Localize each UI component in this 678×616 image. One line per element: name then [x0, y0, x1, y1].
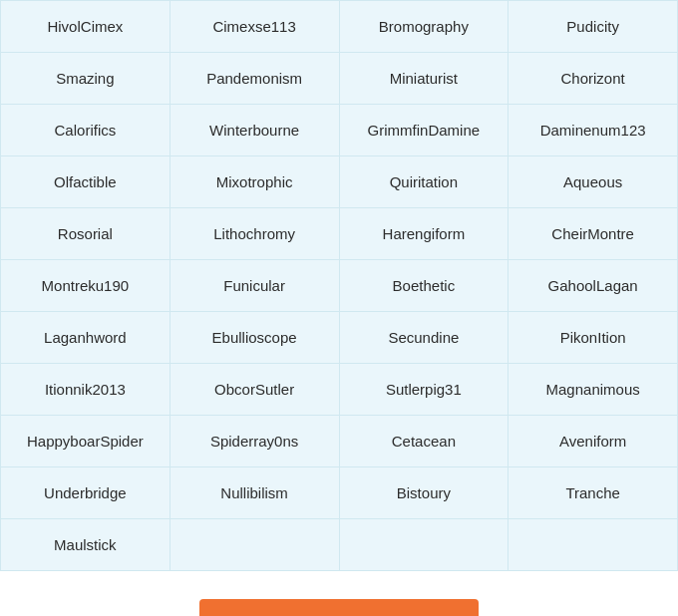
- grid-cell[interactable]: Quiritation: [340, 156, 509, 208]
- grid-cell[interactable]: Tranche: [508, 467, 678, 519]
- grid-cell[interactable]: Chorizont: [508, 53, 678, 105]
- grid-cell[interactable]: Rosorial: [1, 208, 170, 260]
- grid-cell[interactable]: Underbridge: [1, 467, 170, 519]
- grid-cell[interactable]: Lithochromy: [170, 208, 340, 260]
- grid-cell[interactable]: Laganhword: [1, 312, 170, 364]
- grid-cell[interactable]: HivolCimex: [1, 1, 170, 53]
- grid-cell[interactable]: Magnanimous: [508, 364, 678, 416]
- grid-cell[interactable]: Miniaturist: [340, 53, 509, 105]
- grid-cell[interactable]: Winterbourne: [170, 105, 340, 156]
- grid-cell[interactable]: Calorifics: [1, 105, 170, 156]
- grid-cell[interactable]: Montreku190: [1, 260, 170, 312]
- grid-cell[interactable]: Olfactible: [1, 156, 170, 208]
- grid-cell[interactable]: Nullibilism: [170, 467, 340, 519]
- grid-cell[interactable]: Spiderray0ns: [170, 416, 340, 467]
- grid-cell[interactable]: Secundine: [340, 312, 509, 364]
- grid-cell[interactable]: CheirMontre: [508, 208, 678, 260]
- grid-cell[interactable]: GahoolLagan: [508, 260, 678, 312]
- grid-cell[interactable]: Pudicity: [508, 1, 678, 53]
- grid-cell[interactable]: Cimexse113: [170, 1, 340, 53]
- grid-cell-empty: [508, 519, 678, 571]
- grid-cell[interactable]: GrimmfinDamine: [340, 105, 509, 156]
- grid-cell-empty: [340, 519, 509, 571]
- grid-cell[interactable]: Boethetic: [340, 260, 509, 312]
- grid-cell[interactable]: Smazing: [1, 53, 170, 105]
- grid-cell[interactable]: Pandemonism: [170, 53, 340, 105]
- grid-cell[interactable]: Maulstick: [1, 519, 170, 571]
- grid-cell[interactable]: Bistoury: [340, 467, 509, 519]
- grid-cell[interactable]: Aveniform: [508, 416, 678, 467]
- grid-cell[interactable]: Funicular: [170, 260, 340, 312]
- grid-cell[interactable]: Itionnik2013: [1, 364, 170, 416]
- grid-cell[interactable]: Sutlerpig31: [340, 364, 509, 416]
- grid-cell[interactable]: Mixotrophic: [170, 156, 340, 208]
- grid-cell[interactable]: Cetacean: [340, 416, 509, 467]
- button-row: ↻ New PSN Name Generator: [0, 571, 678, 616]
- grid-cell[interactable]: PikonItion: [508, 312, 678, 364]
- grid-cell[interactable]: ObcorSutler: [170, 364, 340, 416]
- grid-cell[interactable]: Ebullioscope: [170, 312, 340, 364]
- grid-cell[interactable]: Bromography: [340, 1, 509, 53]
- generate-button[interactable]: ↻ New PSN Name Generator: [199, 599, 479, 616]
- grid-container: HivolCimexCimexse113BromographyPudicityS…: [0, 0, 678, 571]
- grid-cell[interactable]: Daminenum123: [508, 105, 678, 156]
- grid-cell[interactable]: Harengiform: [340, 208, 509, 260]
- grid-cell-empty: [170, 519, 340, 571]
- grid-cell[interactable]: Aqueous: [508, 156, 678, 208]
- grid-cell[interactable]: HappyboarSpider: [1, 416, 170, 467]
